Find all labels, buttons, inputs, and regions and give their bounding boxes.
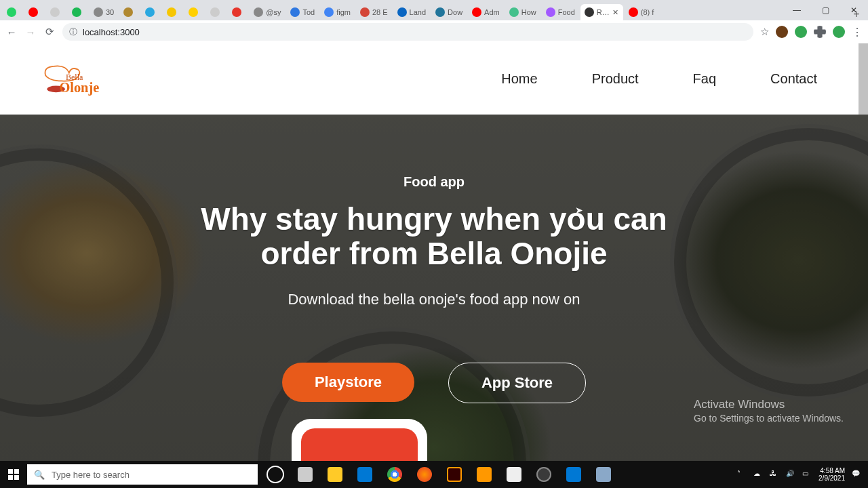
browser-tab[interactable]: Tod: [286, 4, 319, 20]
browser-tab[interactable]: Adm: [468, 4, 504, 20]
tray-chevron-icon[interactable]: ˄: [737, 470, 747, 479]
scrollbar-thumb[interactable]: [859, 43, 868, 125]
sublime-icon[interactable]: [469, 461, 499, 488]
site-nav: Bella Olonje HomeProductFaqContact: [0, 43, 868, 115]
profile-avatar[interactable]: [833, 26, 845, 38]
firefox-icon[interactable]: [410, 461, 439, 488]
site-logo[interactable]: Bella Olonje: [37, 59, 119, 100]
browser-tab[interactable]: [141, 4, 161, 20]
browser-tab[interactable]: Food: [542, 4, 579, 20]
favicon-icon: [232, 7, 241, 17]
hero-subtitle: Download the bella onoje's food app now …: [0, 291, 868, 308]
volume-icon[interactable]: 🔊: [786, 470, 795, 479]
favicon-icon: [546, 7, 555, 17]
favicon-icon: [472, 7, 481, 17]
network-icon[interactable]: 🖧: [770, 470, 779, 479]
extension-icon[interactable]: [776, 26, 788, 38]
cortana-icon[interactable]: [260, 461, 290, 488]
browser-tab[interactable]: How: [505, 4, 540, 20]
browser-tab[interactable]: (8) f: [625, 4, 658, 20]
address-text: localhost:3000: [83, 27, 140, 37]
nav-link-faq[interactable]: Faq: [693, 71, 716, 87]
favicon-icon: [397, 7, 407, 17]
taskbar-search[interactable]: 🔍 Type here to search: [27, 464, 258, 485]
browser-tab[interactable]: Dow: [431, 4, 467, 20]
windows-activation-watermark: Activate Windows Go to Settings to activ…: [694, 398, 844, 424]
browser-tab[interactable]: [163, 4, 183, 20]
favicon-icon: [509, 7, 519, 17]
favicon-icon: [28, 7, 38, 17]
favicon-icon: [254, 7, 263, 17]
favicon-icon: [629, 7, 638, 17]
forward-button[interactable]: →: [24, 26, 37, 38]
page-viewport: Bella Olonje HomeProductFaqContact Food …: [0, 43, 868, 461]
taskview-icon[interactable]: [290, 461, 320, 488]
tab-label: How: [521, 8, 536, 16]
browser-tab[interactable]: [3, 4, 23, 20]
browser-tab[interactable]: figm: [320, 4, 355, 20]
app-icon[interactable]: [589, 461, 618, 488]
tab-close-icon[interactable]: ✕: [612, 9, 619, 16]
browser-tab[interactable]: 30: [90, 4, 118, 20]
minimize-button[interactable]: —: [783, 0, 811, 20]
obs-icon[interactable]: [529, 461, 559, 488]
address-bar[interactable]: ⓘ localhost:3000: [62, 23, 753, 41]
bookmark-star-icon[interactable]: ☆: [760, 26, 769, 38]
tab-label: @sy: [266, 8, 281, 16]
extension-icon[interactable]: [795, 26, 807, 38]
reload-button[interactable]: ⟳: [43, 26, 56, 38]
maximize-button[interactable]: ▢: [811, 0, 840, 20]
tab-label: R…: [597, 8, 610, 16]
browser-tab[interactable]: [24, 4, 45, 20]
site-info-icon[interactable]: ⓘ: [69, 26, 77, 38]
svg-text:Olonje: Olonje: [59, 80, 99, 96]
favicon-icon: [360, 7, 370, 17]
favicon-icon: [290, 7, 300, 17]
browser-tab[interactable]: [119, 4, 140, 20]
nav-menu: HomeProductFaqContact: [501, 71, 817, 87]
app-icon[interactable]: [559, 461, 589, 488]
favicon-icon: [210, 7, 220, 17]
battery-icon[interactable]: ▭: [802, 470, 812, 479]
back-button[interactable]: ←: [5, 26, 18, 38]
favicon-icon: [123, 7, 133, 17]
browser-tab[interactable]: 28 E: [356, 4, 392, 20]
tab-label: Dow: [448, 8, 462, 16]
favicon-icon: [50, 7, 60, 17]
file-explorer-icon[interactable]: [320, 461, 350, 488]
browser-tab[interactable]: R…✕: [580, 4, 623, 20]
browser-tab[interactable]: Land: [393, 4, 430, 20]
browser-tab[interactable]: [206, 4, 226, 20]
browser-tab[interactable]: [68, 4, 88, 20]
chrome-icon[interactable]: [380, 461, 410, 488]
favicon-icon: [167, 7, 176, 17]
illustrator-icon[interactable]: [439, 461, 469, 488]
browser-tab[interactable]: [228, 4, 248, 20]
tab-label: 30: [106, 8, 114, 16]
svg-rect-3: [8, 469, 13, 474]
phone-mockup: [292, 419, 427, 461]
favicon-icon: [145, 7, 155, 17]
onedrive-icon[interactable]: ☁: [753, 470, 763, 479]
nav-link-home[interactable]: Home: [501, 71, 537, 87]
system-tray: ˄ ☁ 🖧 🔊 ▭ 4:58 AM 2/9/2021 💬: [730, 467, 868, 483]
app-icon[interactable]: [499, 461, 529, 488]
playstore-button[interactable]: Playstore: [282, 363, 414, 402]
extensions-menu-icon[interactable]: [814, 26, 826, 38]
nav-link-product[interactable]: Product: [592, 71, 639, 87]
notifications-icon[interactable]: 💬: [852, 470, 861, 479]
nav-link-contact[interactable]: Contact: [770, 71, 817, 87]
taskbar-clock[interactable]: 4:58 AM 2/9/2021: [818, 467, 845, 483]
tab-label: (8) f: [641, 8, 654, 16]
tab-label: Land: [410, 8, 426, 16]
start-button[interactable]: [0, 469, 27, 480]
vscode-icon[interactable]: [350, 461, 380, 488]
chrome-menu-icon[interactable]: ⋮: [852, 26, 863, 38]
browser-tab[interactable]: [184, 4, 205, 20]
browser-tab[interactable]: [46, 4, 66, 20]
tab-label: Tod: [302, 8, 315, 16]
close-window-button[interactable]: ✕: [840, 0, 868, 20]
appstore-button[interactable]: App Store: [448, 363, 586, 403]
browser-tabstrip: 30@syTodfigm28 ELandDowAdmHowFoodR…✕(8) …: [0, 0, 868, 20]
browser-tab[interactable]: @sy: [250, 4, 285, 20]
